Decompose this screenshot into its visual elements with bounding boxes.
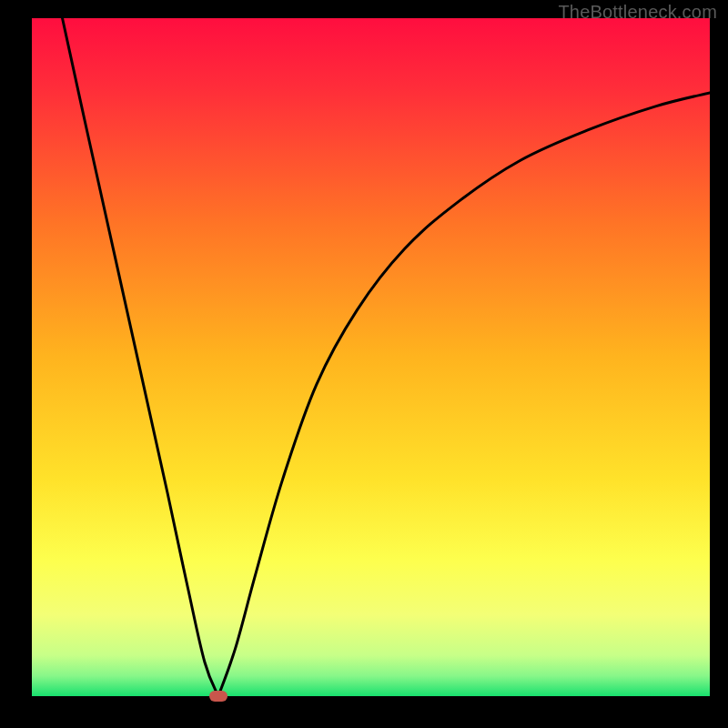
plot-frame <box>32 18 710 696</box>
plot-background <box>32 18 710 696</box>
plot-svg <box>32 18 710 696</box>
source-watermark: TheBottleneck.com <box>558 2 717 23</box>
minimum-marker <box>209 691 228 702</box>
